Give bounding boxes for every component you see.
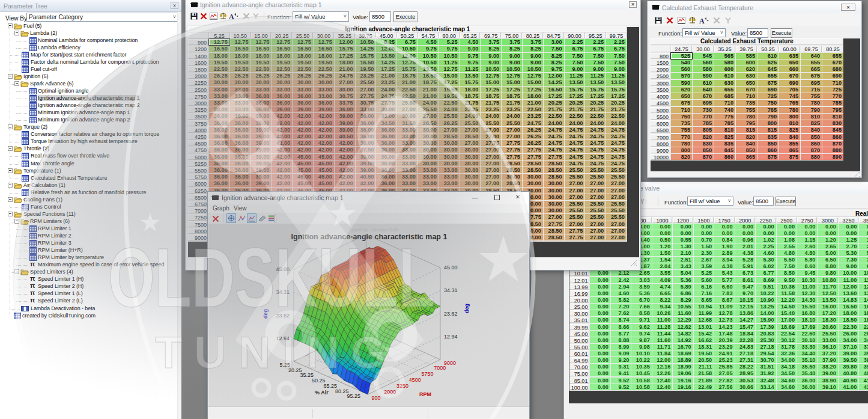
svg-text:95.25: 95.25: [347, 393, 360, 399]
svg-text:34.31: 34.31: [444, 287, 458, 293]
svg-text:3250: 3250: [396, 383, 408, 389]
svg-text:45.00: 45.00: [276, 266, 290, 272]
svg-text:34.31: 34.31: [276, 289, 290, 295]
svg-text:23.62: 23.62: [444, 311, 458, 317]
svg-text:12.94: 12.94: [444, 334, 458, 340]
svg-text:2000: 2000: [384, 389, 396, 395]
svg-text:deg: deg: [263, 309, 269, 319]
svg-text:45.00: 45.00: [444, 265, 458, 271]
svg-text:5750: 5750: [422, 371, 434, 377]
svg-text:deg: deg: [464, 304, 470, 313]
svg-text:9000: 9000: [444, 360, 456, 366]
svg-text:A: A: [699, 17, 705, 24]
svg-text:RPM: RPM: [419, 391, 431, 397]
svg-text:% Air: % Air: [315, 390, 329, 396]
svg-text:A: A: [229, 13, 234, 20]
svg-text:4500: 4500: [409, 377, 421, 383]
svg-text:900: 900: [372, 395, 381, 401]
svg-text:23.62: 23.62: [276, 313, 290, 319]
svg-text:12.94: 12.94: [276, 335, 290, 341]
